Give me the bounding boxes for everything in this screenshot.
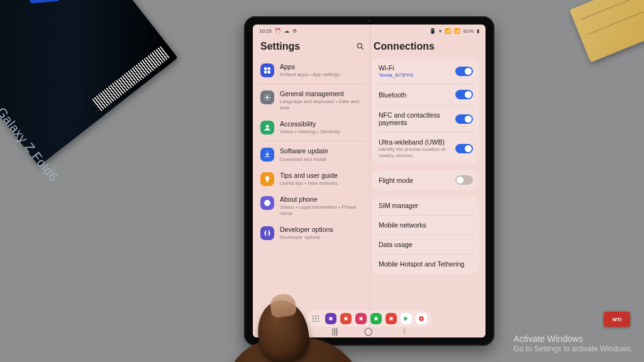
- connection-nfc-and-contactless-payments[interactable]: NFC and contactless payments: [379, 105, 473, 132]
- settings-item-title: About phone: [280, 195, 365, 204]
- toggle-switch[interactable]: [455, 90, 473, 99]
- vibrate-icon: 📳: [430, 28, 436, 34]
- conn-title: Mobile networks: [379, 221, 473, 229]
- signal-icon: 📶: [445, 28, 451, 34]
- svg-point-0: [357, 43, 362, 48]
- svg-rect-5: [268, 71, 270, 74]
- conn-sub: Identify the precise location of nearby …: [379, 146, 450, 158]
- toggle-switch[interactable]: [455, 67, 473, 76]
- conn-title: Ultra-wideband (UWB): [379, 138, 450, 146]
- settings-item-title: Accessibility: [280, 120, 365, 128]
- dock-app-2[interactable]: [355, 313, 367, 324]
- settings-item-accessibility[interactable]: AccessibilityVision • Hearing • Dexterit…: [259, 116, 366, 140]
- settings-item-tips-and-user-guide[interactable]: Tips and user guideUseful tips • New fea…: [259, 167, 366, 191]
- dock-app-5[interactable]: [401, 313, 412, 324]
- product-box: Galaxy Z Fold6: [0, 0, 178, 166]
- connections-card-2: Flight mode: [372, 170, 479, 190]
- settings-item-sub: Developer options: [280, 234, 365, 241]
- battery-icon: ▮: [477, 28, 479, 34]
- svg-rect-4: [265, 71, 267, 74]
- toggle-switch[interactable]: [455, 114, 473, 124]
- settings-status-icon: ⚙: [292, 28, 297, 34]
- recents-button[interactable]: |||: [332, 327, 338, 336]
- connection-sim-manager[interactable]: SIM manager: [379, 196, 473, 215]
- settings-item-about-phone[interactable]: About phoneStatus • Legal information • …: [259, 191, 366, 221]
- conn-title: NFC and contactless payments: [379, 111, 450, 126]
- svg-point-6: [267, 97, 269, 99]
- connections-pane: Connections Wi-FiTenda_B73FF0BluetoothNF…: [372, 37, 479, 312]
- hand-overlay: [250, 263, 332, 362]
- connection-mobile-hotspot-and-tethering[interactable]: Mobile Hotspot and Tethering: [379, 254, 473, 273]
- settings-item-general-management[interactable]: General managementLanguage and keyboard …: [259, 84, 366, 116]
- settings-title: Settings: [260, 41, 300, 52]
- connection-flight-mode[interactable]: Flight mode: [379, 170, 473, 190]
- alarm-icon: ⏰: [275, 28, 281, 34]
- grid-icon: [260, 63, 274, 77]
- connection-mobile-networks[interactable]: Mobile networks: [379, 215, 473, 234]
- home-button[interactable]: ◯: [364, 327, 372, 336]
- conn-title: Data usage: [379, 241, 473, 248]
- product-box-badge: [8, 0, 76, 15]
- info-icon: [260, 196, 274, 210]
- settings-item-title: Apps: [280, 63, 365, 71]
- dock-app-4[interactable]: [386, 313, 397, 324]
- settings-item-apps[interactable]: AppsDefault apps • App settings: [259, 58, 366, 82]
- svg-rect-2: [265, 68, 267, 70]
- watermark-sub: Go to Settings to activate Windows.: [514, 344, 633, 354]
- toggle-switch[interactable]: [455, 144, 473, 153]
- dock-app-6[interactable]: [416, 313, 427, 324]
- settings-item-developer-options[interactable]: Developer optionsDeveloper options: [259, 221, 366, 245]
- svg-rect-22: [360, 317, 363, 321]
- connections-card-3: SIM managerMobile networksData usageMobi…: [372, 196, 479, 273]
- conn-title: Bluetooth: [379, 91, 450, 99]
- conn-title: Flight mode: [379, 177, 450, 184]
- svg-rect-23: [375, 317, 378, 321]
- product-box-label: Galaxy Z Fold6: [0, 105, 60, 185]
- settings-item-sub: Status • Legal information • Phone name: [280, 204, 365, 217]
- settings-item-title: Software update: [280, 147, 365, 155]
- braces-icon: [260, 226, 274, 240]
- channel-badge: WTI: [604, 312, 630, 327]
- settings-item-software-update[interactable]: Software updateDownload and install: [259, 141, 366, 167]
- conn-link: Tenda_B73FF0: [379, 72, 450, 78]
- battery-text: 61%: [464, 28, 474, 34]
- svg-point-7: [266, 125, 269, 128]
- product-box-barcode: [91, 46, 170, 112]
- svg-point-10: [267, 201, 267, 202]
- settings-item-sub: Vision • Hearing • Dexterity: [280, 129, 365, 135]
- bulb-icon: [260, 172, 274, 186]
- signal2-icon: 📶: [454, 28, 460, 34]
- windows-watermark: Activate Windows Go to Settings to activ…: [514, 333, 633, 354]
- phone-camera-notch: [368, 19, 370, 22]
- connections-title: Connections: [374, 41, 435, 52]
- gear-icon: [260, 90, 274, 104]
- connection-data-usage[interactable]: Data usage: [379, 234, 473, 254]
- conn-title: Wi-Fi: [379, 64, 450, 72]
- download-icon: [260, 148, 274, 162]
- back-button[interactable]: 〈: [399, 326, 406, 337]
- dock-app-3[interactable]: [370, 313, 382, 324]
- conn-title: SIM manager: [379, 202, 473, 209]
- connection-ultra-wideband-uwb-[interactable]: Ultra-wideband (UWB)Identify the precise…: [379, 132, 473, 164]
- connection-wi-fi[interactable]: Wi-FiTenda_B73FF0: [379, 58, 473, 84]
- dock-app-1[interactable]: [340, 313, 352, 324]
- svg-rect-24: [390, 317, 393, 321]
- status-time: 10:25: [259, 28, 272, 34]
- conn-title: Mobile Hotspot and Tethering: [379, 260, 473, 268]
- toggle-switch[interactable]: [455, 175, 473, 185]
- settings-item-title: Tips and user guide: [280, 172, 365, 180]
- watermark-title: Activate Windows: [514, 333, 633, 344]
- settings-item-title: Developer options: [280, 226, 365, 234]
- settings-item-sub: Default apps • App settings: [280, 72, 365, 78]
- connections-card-1: Wi-FiTenda_B73FF0BluetoothNFC and contac…: [372, 58, 479, 164]
- settings-item-sub: Useful tips • New features: [280, 180, 365, 187]
- status-bar: 10:25 ⏰ ☁ ⚙ 📳 ▾ 📶 📶 61% ▮: [253, 25, 486, 36]
- search-icon[interactable]: [356, 42, 365, 51]
- wifi-icon: ▾: [439, 28, 441, 34]
- settings-item-sub: Download and install: [280, 156, 365, 163]
- cloud-icon: ☁: [284, 28, 289, 34]
- settings-item-sub: Language and keyboard • Date and time: [280, 99, 365, 111]
- connection-bluetooth[interactable]: Bluetooth: [379, 84, 473, 105]
- settings-item-title: General management: [280, 90, 365, 98]
- svg-rect-21: [345, 317, 348, 321]
